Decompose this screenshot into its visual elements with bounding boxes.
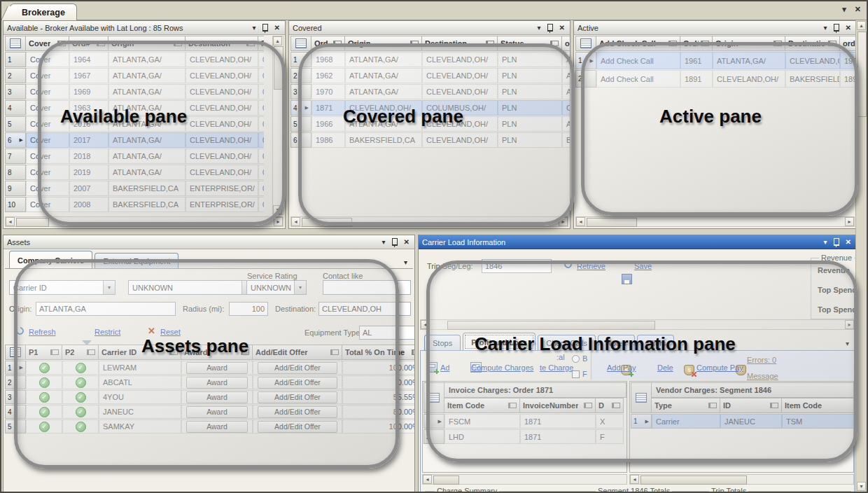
available-callout-label: Available pane (60, 106, 187, 127)
row-header[interactable]: 2 (5, 68, 26, 83)
document-tabstrip: Brokerage ▾ ✕ (1, 1, 867, 20)
row-header[interactable]: 5 (5, 116, 26, 132)
grid-settings-icon[interactable] (290, 36, 312, 51)
scroll-thumb[interactable] (858, 32, 867, 117)
covered-callout-label: Covered pane (343, 106, 463, 127)
carrier-callout-label: Carrier Load Information pane (475, 333, 736, 355)
pane-dropdown-icon[interactable]: ▾ (253, 25, 256, 32)
scroll-left-icon[interactable]: ◂ (576, 217, 585, 226)
covered-pane-titlebar[interactable]: Covered ▾ ✕ (289, 21, 570, 35)
pane-pin-icon[interactable] (834, 238, 839, 246)
scroll-left-icon[interactable]: ◂ (6, 217, 15, 226)
row-header[interactable]: 10 (5, 197, 26, 212)
pane-title-text: Active (578, 24, 824, 32)
pane-dropdown-icon[interactable]: ▾ (382, 239, 386, 246)
scroll-up-icon[interactable]: ▴ (857, 21, 866, 30)
tab-brokerage[interactable]: Brokerage (10, 4, 77, 20)
application-window: Brokerage ▾ ✕ Available - Broker Availab… (0, 0, 868, 493)
row-marker-icon: ▶ (20, 137, 23, 143)
tabstrip-dropdown-icon[interactable]: ▾ (842, 6, 846, 13)
pane-dropdown-icon[interactable]: ▾ (824, 239, 827, 246)
scroll-left-icon[interactable]: ◂ (291, 217, 300, 226)
pane-close-icon[interactable]: ✕ (559, 25, 565, 32)
segment-totals-legend: Segment 1846 Totals (596, 487, 672, 493)
scroll-down-icon[interactable]: ▾ (857, 482, 866, 491)
scroll-left-icon[interactable]: ◂ (423, 475, 432, 484)
row-header[interactable]: 6▶ (5, 132, 26, 148)
pane-pin-icon[interactable] (547, 24, 553, 32)
scroll-thumb[interactable] (16, 218, 49, 227)
vendor-hscrollbar[interactable]: ◂ (629, 474, 854, 485)
pane-pin-icon[interactable] (392, 238, 398, 246)
carrier-callout-box (426, 261, 858, 462)
assets-callout-box (14, 259, 399, 468)
charge-summary-legend: Charge Summary (435, 487, 499, 493)
row-header[interactable]: 8 (5, 165, 26, 180)
active-grid-hscrollbar[interactable]: ◂ ▸ (575, 216, 855, 227)
tabstrip-close-icon[interactable]: ✕ (855, 6, 861, 13)
pane-dropdown-icon[interactable]: ▾ (538, 25, 541, 32)
active-callout-label: Active pane (659, 106, 762, 127)
pane-close-icon[interactable]: ✕ (846, 239, 851, 246)
scroll-thumb[interactable] (433, 475, 459, 485)
tablist-dropdown-icon[interactable]: ▾ (404, 259, 407, 266)
scroll-right-icon[interactable]: ▸ (845, 217, 854, 226)
trip-totals-legend: Trip Totals (709, 487, 748, 493)
active-callout-box (581, 42, 858, 216)
row-header[interactable]: 3 (5, 84, 26, 99)
pane-dropdown-icon[interactable]: ▾ (824, 25, 827, 32)
column-header-ord[interactable]: ord (562, 36, 570, 51)
carrier-load-titlebar[interactable]: Carrier Load Information ▾ ✕ (419, 235, 856, 249)
covered-callout-box (298, 43, 575, 225)
pane-pin-icon[interactable] (262, 24, 268, 32)
pane-close-icon[interactable]: ✕ (846, 25, 851, 32)
scroll-left-icon[interactable]: ◂ (630, 475, 639, 484)
assets-pane-titlebar[interactable]: Assets ▾ ✕ (4, 235, 414, 249)
tab-label: Brokerage (22, 8, 65, 18)
pane-close-icon[interactable]: ✕ (274, 25, 280, 32)
assets-callout-label: Assets pane (141, 335, 248, 357)
scroll-thumb[interactable] (640, 475, 747, 485)
grid-settings-icon[interactable] (5, 36, 26, 51)
available-callout-box (38, 41, 286, 225)
pane-title-text: Carrier Load Information (422, 238, 824, 246)
row-header[interactable]: 4 (5, 100, 26, 116)
grid-corner-glyph (580, 39, 592, 48)
invoice-hscrollbar[interactable]: ◂ (422, 474, 627, 485)
available-pane-titlebar[interactable]: Available - Broker Availabe with Lat Lon… (4, 21, 285, 35)
pane-pin-icon[interactable] (834, 24, 839, 32)
scroll-right-icon[interactable]: ▸ (274, 217, 283, 226)
grid-corner-glyph (10, 39, 21, 48)
grid-corner-glyph (295, 39, 307, 48)
active-pane-titlebar[interactable]: Active ▾ ✕ (574, 21, 856, 35)
row-header[interactable]: 1 (5, 52, 26, 67)
row-header[interactable]: 9 (5, 181, 26, 196)
pane-title-text: Assets (7, 238, 382, 246)
pin-icon[interactable] (412, 349, 414, 355)
pane-close-icon[interactable]: ✕ (404, 239, 410, 246)
scroll-up-icon[interactable]: ▴ (273, 36, 282, 46)
row-header[interactable]: 7 (5, 148, 26, 164)
pane-title-text: Covered (293, 24, 538, 32)
pane-title-text: Available - Broker Availabe with Lat Lon… (7, 24, 253, 32)
scroll-thumb[interactable] (587, 218, 637, 227)
